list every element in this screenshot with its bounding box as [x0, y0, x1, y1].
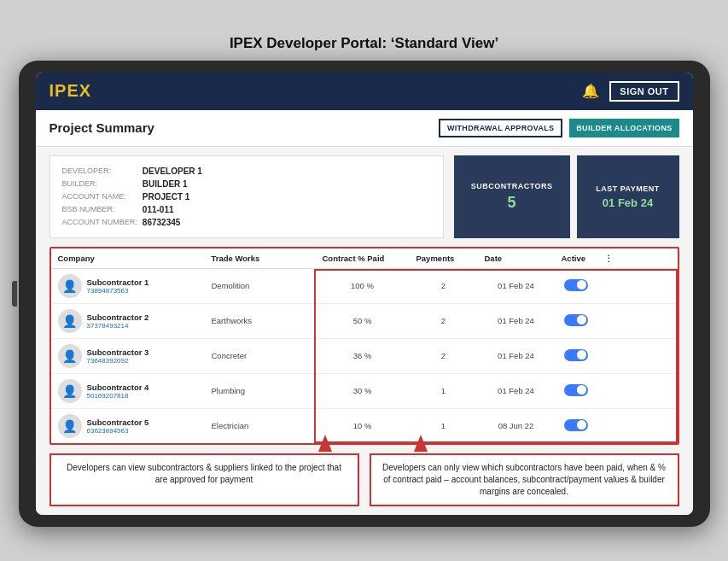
company-name-2: Subcontractor 2	[87, 313, 149, 322]
main-content: DEVELOPER: DEVELOPER 1 BUILDER: BUILDER …	[36, 147, 693, 515]
avatar-3: 👤	[58, 344, 82, 368]
table-row: 👤 Subcontractor 1 73894873563 Demolition…	[51, 269, 678, 304]
tablet-side-button	[12, 281, 17, 307]
company-id-4: 50169207818	[87, 392, 149, 400]
table-body: 👤 Subcontractor 1 73894873563 Demolition…	[51, 269, 678, 443]
company-name-4: Subcontractor 4	[87, 383, 149, 392]
active-toggle-2[interactable]	[555, 314, 597, 328]
sign-out-button[interactable]: SIGN OUT	[609, 81, 678, 102]
table-header: Company Trade Works Contract % Paid Paym…	[51, 248, 678, 269]
project-summary-title: Project Summary	[50, 120, 154, 135]
payments-4: 1	[410, 386, 478, 395]
top-section: DEVELOPER: DEVELOPER 1 BUILDER: BUILDER …	[50, 155, 679, 238]
payments-5: 1	[410, 421, 478, 430]
date-2: 01 Feb 24	[478, 316, 555, 325]
company-cell-3: 👤 Subcontractor 3 73648392092	[51, 344, 205, 368]
payments-1: 2	[410, 281, 478, 290]
tablet-screen: IPEX 🔔 SIGN OUT Project Summary WITHDRAW…	[36, 73, 693, 515]
toggle-5[interactable]	[564, 419, 588, 431]
header-bar: Project Summary WITHDRAWAL APPROVALS BUI…	[36, 110, 693, 147]
builder-value: BUILDER 1	[143, 178, 207, 190]
toggle-1[interactable]	[564, 279, 588, 291]
outer-wrapper: IPEX Developer Portal: ‘Standard View’ I…	[0, 0, 728, 561]
bell-icon: 🔔	[582, 83, 599, 99]
date-1: 01 Feb 24	[478, 281, 555, 290]
col-date: Date	[478, 254, 555, 263]
company-cell-2: 👤 Subcontractor 2 37378493214	[51, 309, 205, 333]
company-name-1: Subcontractor 1	[87, 278, 149, 287]
table-row: 👤 Subcontractor 2 37378493214 Earthworks…	[51, 304, 678, 339]
company-info-2: Subcontractor 2 37378493214	[87, 313, 149, 330]
col-company: Company	[51, 254, 205, 263]
company-info-5: Subcontractor 5 63623894563	[87, 418, 149, 435]
avatar-5: 👤	[58, 414, 82, 438]
annotation-left: Developers can view subcontractors & sup…	[50, 453, 359, 506]
contract-2: 50 %	[316, 316, 410, 325]
page-title: IPEX Developer Portal: ‘Standard View’	[230, 35, 498, 52]
company-cell-5: 👤 Subcontractor 5 63623894563	[51, 414, 205, 438]
contract-3: 36 %	[316, 351, 410, 360]
company-info-3: Subcontractor 3 73648392092	[87, 348, 149, 365]
subcontractors-value: 5	[508, 194, 516, 212]
company-id-3: 73648392092	[87, 357, 149, 365]
toggle-2[interactable]	[564, 314, 588, 326]
trade-1: Demolition	[205, 281, 316, 290]
table-row: 👤 Subcontractor 5 63623894563 Electricia…	[51, 409, 678, 443]
toggle-3[interactable]	[564, 349, 588, 361]
active-toggle-3[interactable]	[555, 349, 597, 363]
account-number-value: 86732345	[143, 216, 207, 229]
trade-2: Earthworks	[205, 316, 316, 325]
avatar-4: 👤	[58, 379, 82, 403]
col-payments: Payments	[410, 254, 478, 263]
header-buttons: WITHDRAWAL APPROVALS BUILDER ALLOCATIONS	[439, 119, 679, 137]
bsb-value: 011-011	[143, 203, 207, 216]
table-row: 👤 Subcontractor 4 50169207818 Plumbing 3…	[51, 374, 678, 409]
company-id-2: 37378493214	[87, 322, 149, 330]
avatar-2: 👤	[58, 309, 82, 333]
account-name-value: PROJECT 1	[143, 190, 207, 203]
top-nav: IPEX 🔔 SIGN OUT	[36, 73, 693, 110]
nav-right: 🔔 SIGN OUT	[582, 81, 678, 102]
project-info: DEVELOPER: DEVELOPER 1 BUILDER: BUILDER …	[50, 155, 444, 238]
active-toggle-4[interactable]	[555, 384, 597, 398]
developer-label: DEVELOPER:	[62, 165, 143, 178]
annotation-arrow-right	[414, 435, 428, 452]
subcontractors-label: SUBCONTRACTORS	[471, 182, 553, 190]
annotation-arrow-left	[318, 435, 332, 452]
company-name-5: Subcontractor 5	[87, 418, 149, 427]
logo-x: X	[79, 81, 91, 100]
table-row: 👤 Subcontractor 3 73648392092 Concreter …	[51, 339, 678, 374]
last-payment-label: LAST PAYMENT	[596, 184, 660, 193]
active-toggle-1[interactable]	[555, 279, 597, 293]
contract-1: 100 %	[316, 281, 410, 290]
toggle-4[interactable]	[564, 384, 588, 396]
company-id-1: 73894873563	[87, 287, 149, 295]
last-payment-card: LAST PAYMENT 01 Feb 24	[577, 155, 679, 238]
developer-value: DEVELOPER 1	[143, 165, 207, 178]
contract-4: 30 %	[316, 386, 410, 395]
data-table: Company Trade Works Contract % Paid Paym…	[50, 247, 679, 445]
date-3: 01 Feb 24	[478, 351, 555, 360]
col-contract: Contract % Paid	[316, 254, 410, 263]
active-toggle-5[interactable]	[555, 419, 597, 433]
annotation-right: Developers can only view which subcontra…	[370, 453, 679, 506]
avatar-1: 👤	[58, 274, 82, 298]
logo-text: IPE	[50, 81, 79, 100]
tablet-frame: IPEX 🔔 SIGN OUT Project Summary WITHDRAW…	[19, 61, 710, 527]
payments-3: 2	[410, 351, 478, 360]
withdrawal-approvals-button[interactable]: WITHDRAWAL APPROVALS	[439, 119, 562, 137]
account-name-label: ACCOUNT NAME:	[62, 190, 143, 203]
company-info-1: Subcontractor 1 73894873563	[87, 278, 149, 295]
builder-allocations-button[interactable]: BUILDER ALLOCATIONS	[569, 119, 678, 137]
annotation-left-text: Developers can view subcontractors & sup…	[67, 463, 341, 484]
company-name-3: Subcontractor 3	[87, 348, 149, 357]
date-5: 08 Jun 22	[478, 421, 555, 430]
contract-5: 10 %	[316, 421, 410, 430]
last-payment-value: 01 Feb 24	[603, 196, 653, 209]
account-number-label: ACCOUNT NUMBER:	[62, 216, 143, 229]
builder-label: BUILDER:	[62, 178, 143, 190]
company-cell-4: 👤 Subcontractor 4 50169207818	[51, 379, 205, 403]
company-cell-1: 👤 Subcontractor 1 73894873563	[51, 274, 205, 298]
trade-5: Electrician	[205, 421, 316, 430]
annotation-right-text: Developers can only view which subcontra…	[382, 463, 666, 496]
